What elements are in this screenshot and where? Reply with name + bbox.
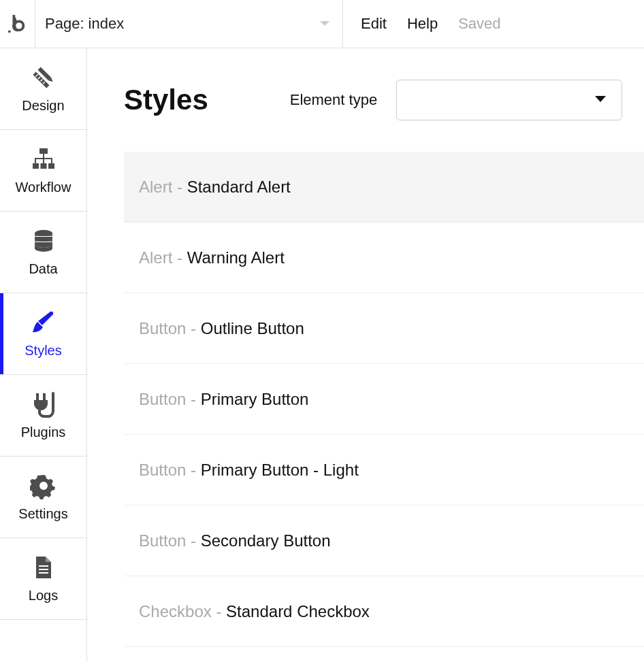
sidebar-item-plugins[interactable]: Plugins <box>0 375 86 457</box>
main-header: Styles Element type <box>87 48 644 152</box>
sidebar-item-workflow[interactable]: Workflow <box>0 130 86 212</box>
style-name: Standard Alert <box>187 178 291 197</box>
svg-rect-11 <box>39 148 48 154</box>
menu-saved: Saved <box>458 15 500 33</box>
sidebar: Design Workflow <box>0 48 87 662</box>
sidebar-item-design[interactable]: Design <box>0 48 86 130</box>
document-icon <box>30 554 57 581</box>
svg-rect-14 <box>48 163 54 169</box>
page-selector-label: Page: index <box>45 15 124 33</box>
svg-rect-15 <box>43 154 44 158</box>
style-row[interactable]: Button - Secondary Button <box>124 506 644 576</box>
chevron-down-icon <box>319 18 330 30</box>
gear-icon <box>30 472 57 499</box>
style-name: Primary Button <box>201 390 309 409</box>
layout: Design Workflow <box>0 48 644 662</box>
style-row[interactable]: Button - Primary Button <box>124 364 644 435</box>
sidebar-item-label: Styles <box>25 343 61 359</box>
style-row[interactable]: Alert - Warning Alert <box>124 222 644 293</box>
style-row[interactable]: Checkbox - Standard Checkbox <box>124 576 644 647</box>
style-category: Button - <box>139 319 201 338</box>
sidebar-item-label: Plugins <box>21 425 66 440</box>
svg-rect-27 <box>39 569 48 570</box>
filter-label: Element type <box>290 91 377 109</box>
paintbrush-icon <box>30 309 57 336</box>
svg-rect-23 <box>36 393 39 400</box>
svg-rect-13 <box>40 163 46 169</box>
sidebar-item-label: Data <box>29 261 57 277</box>
style-category: Button - <box>139 461 201 480</box>
sidebar-item-settings[interactable]: Settings <box>0 457 86 538</box>
database-icon <box>30 227 57 254</box>
style-row[interactable]: Button - Outline Button <box>124 293 644 364</box>
svg-rect-19 <box>51 158 52 163</box>
sidebar-item-label: Workflow <box>16 180 71 195</box>
sidebar-item-data[interactable]: Data <box>0 212 86 293</box>
style-category: Alert - <box>139 248 187 267</box>
menu-edit[interactable]: Edit <box>361 15 387 33</box>
svg-rect-17 <box>35 158 36 163</box>
style-name: Standard Checkbox <box>226 602 370 621</box>
style-row[interactable]: Button - Primary Button - Light <box>124 435 644 506</box>
svg-rect-12 <box>33 163 39 169</box>
element-type-filter: Element type <box>290 80 622 120</box>
style-category: Checkbox - <box>139 602 226 621</box>
main-panel: Styles Element type Alert - Standard Ale… <box>87 48 644 662</box>
plug-icon <box>30 391 57 418</box>
svg-rect-26 <box>39 565 48 567</box>
style-category: Button - <box>139 531 201 550</box>
ruler-pencil-icon <box>30 64 57 91</box>
chevron-down-icon <box>594 94 607 106</box>
style-category: Button - <box>139 390 201 409</box>
sidebar-item-logs[interactable]: Logs <box>0 538 86 620</box>
svg-rect-24 <box>43 393 46 400</box>
element-type-dropdown[interactable] <box>396 80 622 120</box>
sitemap-icon <box>30 146 57 173</box>
sidebar-item-label: Logs <box>29 588 58 603</box>
style-name: Outline Button <box>201 319 304 338</box>
svg-rect-3 <box>12 15 15 24</box>
style-category: Alert - <box>139 178 187 197</box>
svg-rect-22 <box>35 242 52 242</box>
svg-point-0 <box>7 30 10 33</box>
menu-help[interactable]: Help <box>407 15 438 33</box>
svg-point-20 <box>35 230 52 237</box>
style-name: Primary Button - Light <box>201 461 359 480</box>
style-name: Warning Alert <box>187 248 285 267</box>
svg-rect-18 <box>43 158 44 163</box>
sidebar-item-label: Settings <box>18 506 67 522</box>
top-menu: Edit Help Saved <box>343 15 501 33</box>
style-list: Alert - Standard Alert Alert - Warning A… <box>124 152 644 647</box>
sidebar-item-label: Design <box>22 98 64 114</box>
page-selector[interactable]: Page: index <box>35 0 343 48</box>
svg-point-25 <box>39 482 48 490</box>
app-logo[interactable] <box>0 0 35 48</box>
sidebar-item-styles[interactable]: Styles <box>0 293 86 375</box>
svg-rect-21 <box>35 236 52 237</box>
style-name: Secondary Button <box>201 531 331 550</box>
svg-rect-28 <box>39 572 48 574</box>
topbar: Page: index Edit Help Saved <box>0 0 644 48</box>
svg-point-2 <box>16 22 22 29</box>
bubble-logo-icon <box>7 14 28 34</box>
style-row[interactable]: Alert - Standard Alert <box>124 152 644 222</box>
page-title: Styles <box>124 84 208 116</box>
